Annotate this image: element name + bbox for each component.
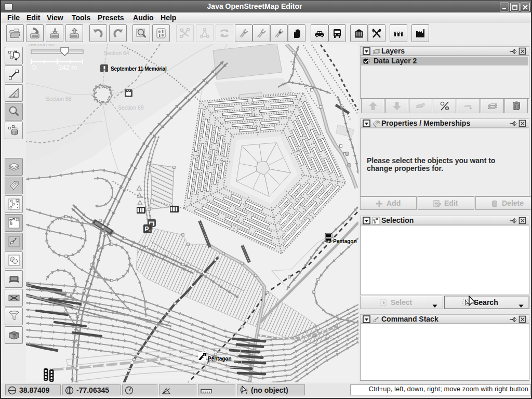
svg-text:Section 65: Section 65: [29, 44, 55, 47]
svg-text:September 11 Memorial: September 11 Memorial: [111, 66, 167, 72]
svg-text:0: 0: [32, 63, 36, 71]
svg-text:Pentagon: Pentagon: [333, 238, 357, 244]
svg-text:Section 69: Section 69: [118, 104, 144, 111]
svg-text:+R: +R: [148, 229, 153, 233]
svg-text:Pentagon: Pentagon: [208, 356, 232, 362]
svg-text:Section 68: Section 68: [46, 96, 72, 102]
svg-text:142 m: 142 m: [58, 63, 77, 71]
svg-text:Section 64: Section 64: [103, 50, 129, 56]
